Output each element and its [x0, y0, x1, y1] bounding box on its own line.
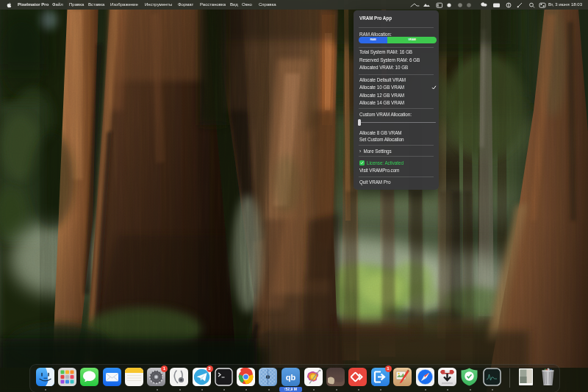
svg-text:qb: qb	[285, 373, 295, 382]
